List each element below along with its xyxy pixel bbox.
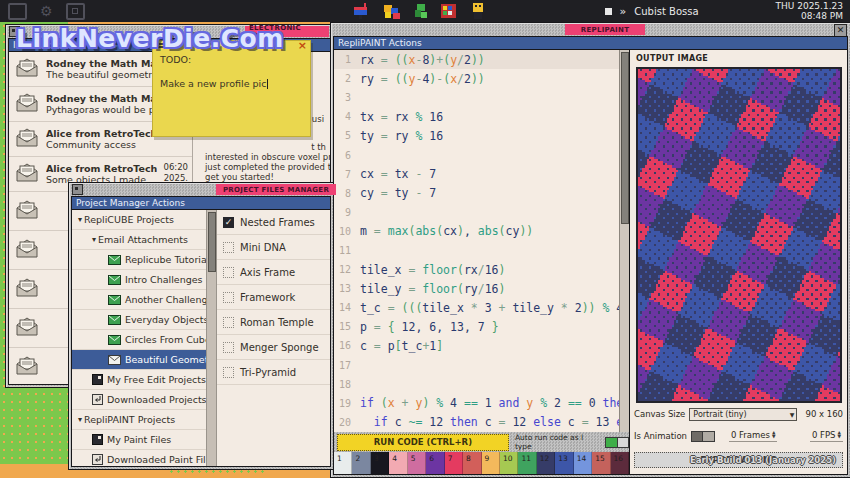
palette-swatch-14[interactable]: 14 xyxy=(574,452,592,474)
file-item-roman-temple[interactable]: Roman Temple xyxy=(217,310,330,335)
blocks-grid-icon[interactable] xyxy=(440,2,458,20)
tree-item-label: Everyday Objects xyxy=(125,314,207,325)
file-item-mini-dna[interactable]: Mini DNA xyxy=(217,235,330,260)
palette-swatch-6[interactable]: 6 xyxy=(426,452,444,474)
player-stop-icon[interactable] xyxy=(605,8,612,15)
code-line[interactable]: 16c = p[t_c+1] xyxy=(334,336,629,355)
player-next-icon[interactable]: » xyxy=(620,5,627,18)
avatar-icon[interactable] xyxy=(469,2,487,20)
box-icon[interactable] xyxy=(66,3,85,20)
file-item-nested-frames[interactable]: ✓ Nested Frames xyxy=(217,210,330,235)
code-line[interactable]: 9 xyxy=(334,203,629,222)
pm-actions-header[interactable]: Project Manager Actions xyxy=(72,197,330,210)
frames-stepper[interactable]: 0 Frames ▲▼ xyxy=(729,430,778,442)
code-line[interactable]: 19if (x + y) % 4 == 1 and y % 2 == 0 the… xyxy=(334,394,629,413)
code-line[interactable]: 6 xyxy=(334,145,629,164)
stepper-arrows-icon[interactable]: ▲▼ xyxy=(772,431,775,440)
run-code-button[interactable]: RUN CODE (CTRL+R) xyxy=(337,434,509,451)
code-editor[interactable]: 1rx = ((x-8)+(y/2))2ry = ((y-4)-(x/2))34… xyxy=(334,50,629,432)
checkbox-unchecked[interactable] xyxy=(223,242,234,253)
rp-actions-header[interactable]: RepliPAINT Actions xyxy=(334,37,847,50)
palette-swatch-13[interactable]: 13 xyxy=(555,452,573,474)
palette-swatch-1[interactable]: 1 xyxy=(334,452,352,474)
code-line[interactable]: 4tx = rx % 16 xyxy=(334,107,629,126)
code-line[interactable]: 12tile_x = floor(rx/16) xyxy=(334,260,629,279)
code-line[interactable]: 10m = max(abs(cx), abs(cy)) xyxy=(334,222,629,241)
tree-item-beautiful-geometry[interactable]: Beautiful Geometry xyxy=(72,350,206,370)
canvas-size-dropdown[interactable]: Portrait (tiny) ▼ xyxy=(689,408,797,421)
pm-scrollbar-thumb[interactable] xyxy=(208,212,216,272)
code-line[interactable]: 13tile_y = floor(ry/16) xyxy=(334,279,629,298)
note-drag-handle-icon[interactable] xyxy=(157,43,166,45)
code-line[interactable]: 7cx = tx - 7 xyxy=(334,165,629,184)
code-scrollbar[interactable] xyxy=(619,50,629,432)
checkbox-unchecked[interactable] xyxy=(223,267,234,278)
file-item-axis-frame[interactable]: Axis Frame xyxy=(217,260,330,285)
code-line[interactable]: 14t_c = (((tile_x * 3 + tile_y * 2)) % 4… xyxy=(334,298,629,317)
palette-swatch-2[interactable]: 2 xyxy=(352,452,370,474)
autorun-toggle[interactable] xyxy=(605,437,629,448)
checkbox-unchecked[interactable] xyxy=(223,292,234,303)
palette-swatch-5[interactable]: 5 xyxy=(408,452,426,474)
palette-swatch-8[interactable]: 8 xyxy=(463,452,481,474)
line-number: 18 xyxy=(334,379,351,390)
palette-swatch-10[interactable]: 10 xyxy=(500,452,518,474)
cube-stack-icon[interactable] xyxy=(382,2,402,20)
monitor-icon[interactable] xyxy=(8,3,27,20)
tree-item-email-attachments[interactable]: ▾Email Attachments xyxy=(72,230,206,250)
palette-swatch-7[interactable]: 7 xyxy=(445,452,463,474)
is-animation-toggle[interactable] xyxy=(691,431,715,442)
open-email-icon xyxy=(15,163,39,186)
palette-swatch-16[interactable]: 16 xyxy=(611,452,629,474)
code-line[interactable]: 5ty = ry % 16 xyxy=(334,126,629,145)
mailbox-icon[interactable] xyxy=(351,2,371,20)
palette-swatch-11[interactable]: 11 xyxy=(518,452,536,474)
file-item-framework[interactable]: Framework xyxy=(217,285,330,310)
rp-titlebar[interactable]: REPLIPAINT ✕ xyxy=(331,23,850,36)
file-item-tri-pyramid[interactable]: Tri-Pyramid xyxy=(217,360,330,385)
checkbox-unchecked[interactable] xyxy=(223,342,234,353)
tree-item-my-paint-files[interactable]: My Paint Files xyxy=(72,430,206,450)
inbox-titlebar[interactable]: ELECTRONIC INBOX xyxy=(6,25,333,38)
stepper-arrows-icon[interactable]: ▲▼ xyxy=(838,431,841,440)
tree-item-everyday-objects[interactable]: Everyday Objects xyxy=(72,310,206,330)
tree-item-replicube-tutorial-projects[interactable]: Replicube Tutorial Projects xyxy=(72,250,206,270)
code-line[interactable]: 3 xyxy=(334,88,629,107)
code-scrollbar-thumb[interactable] xyxy=(621,52,629,224)
tree-item-circles-from-cubes[interactable]: Circles From Cubes xyxy=(72,330,206,350)
palette-swatch-15[interactable]: 15 xyxy=(592,452,610,474)
palette-swatch-12[interactable]: 12 xyxy=(537,452,555,474)
code-line[interactable]: 17 xyxy=(334,356,629,375)
green-cube-icon[interactable] xyxy=(413,2,429,20)
tree-item-downloaded-projects[interactable]: Downloaded Projects xyxy=(72,390,206,410)
tree-item-downloaded-paint-files[interactable]: Downloaded Paint Files xyxy=(72,450,206,466)
pm-titlebar[interactable]: PROJECT FILES MANAGER xyxy=(69,183,333,196)
code-line[interactable]: 2ry = ((y-4)-(x/2)) xyxy=(334,69,629,88)
checkbox-unchecked[interactable] xyxy=(223,367,234,378)
palette-swatch-9[interactable]: 9 xyxy=(482,452,500,474)
sticky-note[interactable]: × TODO: Make a new profile pic xyxy=(152,40,311,137)
checkbox-unchecked[interactable] xyxy=(223,317,234,328)
tree-item-another-challenge-set[interactable]: Another Challenge Set xyxy=(72,290,206,310)
code-line[interactable]: 11 xyxy=(334,241,629,260)
code-line[interactable]: 20 if c ~= 12 then c = 12 else c = 13 en… xyxy=(334,413,629,432)
export-png-button[interactable]: EXPORT AS PNG Early Build 013 (January 2… xyxy=(634,452,843,468)
tree-item-intro-challenges[interactable]: Intro Challenges xyxy=(72,270,206,290)
tree-item-replicube-projects[interactable]: ▾RepliCUBE Projects xyxy=(72,210,206,230)
note-close-icon[interactable]: × xyxy=(298,40,307,52)
checkbox-checked[interactable]: ✓ xyxy=(223,217,234,228)
fps-stepper[interactable]: 0 FPS ▲▼ xyxy=(810,430,843,442)
file-item-menger-sponge[interactable]: Menger Sponge xyxy=(217,335,330,360)
code-line[interactable]: 1rx = ((x-8)+(y/2)) xyxy=(334,50,629,69)
note-text[interactable]: TODO: Make a new profile pic xyxy=(152,40,311,90)
pm-scrollbar[interactable] xyxy=(207,210,217,466)
code-line[interactable]: 18 xyxy=(334,375,629,394)
code-line[interactable]: 15p = { 12, 6, 13, 7 } xyxy=(334,317,629,336)
palette-swatch-4[interactable]: 4 xyxy=(389,452,407,474)
gear-icon[interactable]: ⚙ xyxy=(40,4,53,18)
tree-item-replipaint-projects[interactable]: ▾RepliPAINT Projects xyxy=(72,410,206,430)
code-line[interactable]: 8cy = ty - 7 xyxy=(334,184,629,203)
palette-swatch-3[interactable]: 3 xyxy=(371,452,389,474)
tree-item-my-free-edit-projects[interactable]: My Free Edit Projects xyxy=(72,370,206,390)
line-number: 9 xyxy=(334,207,351,218)
